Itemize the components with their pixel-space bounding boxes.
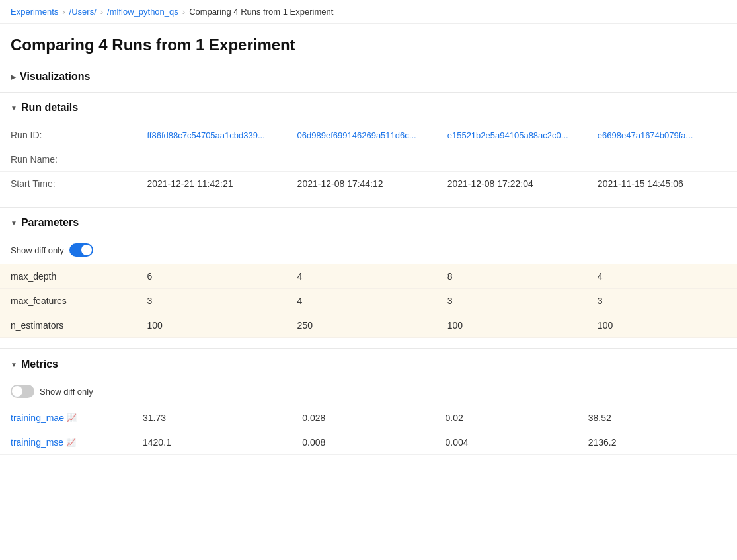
param-value-3: 4	[587, 264, 737, 289]
parameters-toggle-knob	[81, 245, 92, 255]
table-row: training_mae📈31.730.0280.0238.52	[0, 406, 737, 430]
start-time-val-2: 2021-12-08 17:22:04	[437, 172, 587, 196]
param-value-2: 3	[437, 289, 587, 313]
table-row: Run ID: ff86fd88c7c54705aa1cbd339... 06d…	[0, 123, 737, 147]
metrics-chevron: ▼	[11, 361, 17, 368]
breadcrumb-users[interactable]: /Users/	[69, 7, 97, 17]
start-time-label: Start Time:	[0, 172, 136, 196]
parameters-header[interactable]: ▼ Parameters	[0, 207, 737, 238]
start-time-val-1: 2021-12-08 17:44:12	[287, 172, 437, 196]
visualizations-header[interactable]: ▶ Visualizations	[0, 61, 737, 92]
run-id-link-2[interactable]: e15521b2e5a94105a88ac2c0...	[447, 130, 568, 140]
metrics-section: ▼ Metrics Show diff only training_mae📈31…	[0, 348, 737, 465]
start-time-val-3: 2021-11-15 14:45:06	[587, 172, 737, 196]
visualizations-section: ▶ Visualizations	[0, 61, 737, 92]
breadcrumb-experiment[interactable]: /mlflow_python_qs	[107, 7, 178, 17]
chart-icon: 📈	[67, 413, 77, 422]
param-value-2: 8	[437, 264, 587, 289]
table-row: max_features3433	[0, 289, 737, 313]
param-value-1: 250	[287, 313, 437, 338]
metric-value-3: 38.52	[578, 406, 737, 430]
visualizations-label: Visualizations	[20, 71, 90, 83]
metric-name-link[interactable]: training_mae📈	[11, 413, 122, 423]
metric-value-2: 0.02	[434, 406, 577, 430]
visualizations-chevron: ▶	[11, 73, 16, 81]
metrics-show-diff-label: Show diff only	[40, 387, 93, 397]
metric-value-1: 0.028	[291, 406, 434, 430]
metric-value-0: 31.73	[132, 406, 291, 430]
run-details-table: Run ID: ff86fd88c7c54705aa1cbd339... 06d…	[0, 123, 737, 196]
table-row: Run Name:	[0, 147, 737, 172]
metric-name-text: training_mse	[11, 437, 63, 448]
metrics-toggle-knob	[12, 386, 22, 397]
run-id-val-0: ff86fd88c7c54705aa1cbd339...	[136, 123, 286, 147]
breadcrumb-sep-3: ›	[182, 7, 185, 17]
run-id-val-3: e6698e47a1674b079fa...	[587, 123, 737, 147]
parameters-toggle-slider	[69, 243, 93, 257]
parameters-content: Show diff only max_depth6484max_features…	[0, 238, 737, 348]
run-id-link-3[interactable]: e6698e47a1674b079fa...	[598, 130, 693, 140]
run-name-val-2	[437, 147, 587, 172]
table-row: training_mse📈1420.10.0080.0042136.2	[0, 430, 737, 455]
run-name-val-0	[136, 147, 286, 172]
run-id-link-1[interactable]: 06d989ef699146269a511d6c...	[297, 130, 416, 140]
metrics-toggle-row: Show diff only	[0, 380, 737, 406]
metric-name-text: training_mae	[11, 413, 64, 423]
metrics-label: Metrics	[21, 358, 58, 370]
metric-name-cell: training_mae📈	[0, 406, 132, 430]
parameters-label: Parameters	[21, 217, 79, 229]
param-value-2: 100	[437, 313, 587, 338]
breadcrumb-current: Comparing 4 Runs from 1 Experiment	[189, 7, 333, 17]
param-name-cell: n_estimators	[0, 313, 136, 338]
run-id-val-2: e15521b2e5a94105a88ac2c0...	[437, 123, 587, 147]
run-details-section: ▼ Run details Run ID: ff86fd88c7c54705aa…	[0, 92, 737, 207]
run-id-val-1: 06d989ef699146269a511d6c...	[287, 123, 437, 147]
chart-icon: 📈	[66, 438, 76, 447]
run-id-label: Run ID:	[0, 123, 136, 147]
start-time-val-0: 2021-12-21 11:42:21	[136, 172, 286, 196]
run-details-content: Run ID: ff86fd88c7c54705aa1cbd339... 06d…	[0, 123, 737, 207]
run-details-header[interactable]: ▼ Run details	[0, 92, 737, 123]
parameters-chevron: ▼	[11, 220, 17, 227]
parameters-toggle-row: Show diff only	[0, 238, 737, 264]
breadcrumb-experiments[interactable]: Experiments	[11, 7, 58, 17]
param-value-3: 100	[587, 313, 737, 338]
run-id-link-0[interactable]: ff86fd88c7c54705aa1cbd339...	[147, 130, 264, 140]
param-value-1: 4	[287, 289, 437, 313]
parameters-table: max_depth6484max_features3433n_estimator…	[0, 264, 737, 338]
run-details-chevron: ▼	[11, 104, 17, 112]
table-row: Start Time: 2021-12-21 11:42:21 2021-12-…	[0, 172, 737, 196]
metrics-content: Show diff only training_mae📈31.730.0280.…	[0, 380, 737, 465]
run-name-label: Run Name:	[0, 147, 136, 172]
metric-value-0: 1420.1	[132, 430, 291, 455]
metrics-toggle-slider	[11, 385, 34, 398]
run-name-val-1	[287, 147, 437, 172]
parameters-section: ▼ Parameters Show diff only max_depth648…	[0, 207, 737, 348]
metric-name-link[interactable]: training_mse📈	[11, 437, 122, 448]
table-row: n_estimators100250100100	[0, 313, 737, 338]
page-title: Comparing 4 Runs from 1 Experiment	[0, 24, 737, 61]
metrics-table: training_mae📈31.730.0280.0238.52training…	[0, 406, 737, 455]
metrics-header[interactable]: ▼ Metrics	[0, 348, 737, 380]
breadcrumb-sep-2: ›	[100, 7, 103, 17]
parameters-show-diff-label: Show diff only	[11, 245, 64, 255]
table-row: max_depth6484	[0, 264, 737, 289]
metrics-show-diff-toggle[interactable]	[11, 385, 34, 398]
param-value-0: 100	[136, 313, 286, 338]
metric-value-2: 0.004	[434, 430, 577, 455]
metric-value-3: 2136.2	[578, 430, 737, 455]
metric-name-cell: training_mse📈	[0, 430, 132, 455]
breadcrumb: Experiments › /Users/ › /mlflow_python_q…	[0, 0, 737, 24]
metric-value-1: 0.008	[291, 430, 434, 455]
run-name-val-3	[587, 147, 737, 172]
param-value-0: 3	[136, 289, 286, 313]
parameters-show-diff-toggle[interactable]	[69, 243, 93, 257]
param-value-1: 4	[287, 264, 437, 289]
param-value-0: 6	[136, 264, 286, 289]
param-name-cell: max_features	[0, 289, 136, 313]
breadcrumb-sep-1: ›	[62, 7, 65, 17]
param-value-3: 3	[587, 289, 737, 313]
run-details-label: Run details	[21, 102, 78, 114]
param-name-cell: max_depth	[0, 264, 136, 289]
